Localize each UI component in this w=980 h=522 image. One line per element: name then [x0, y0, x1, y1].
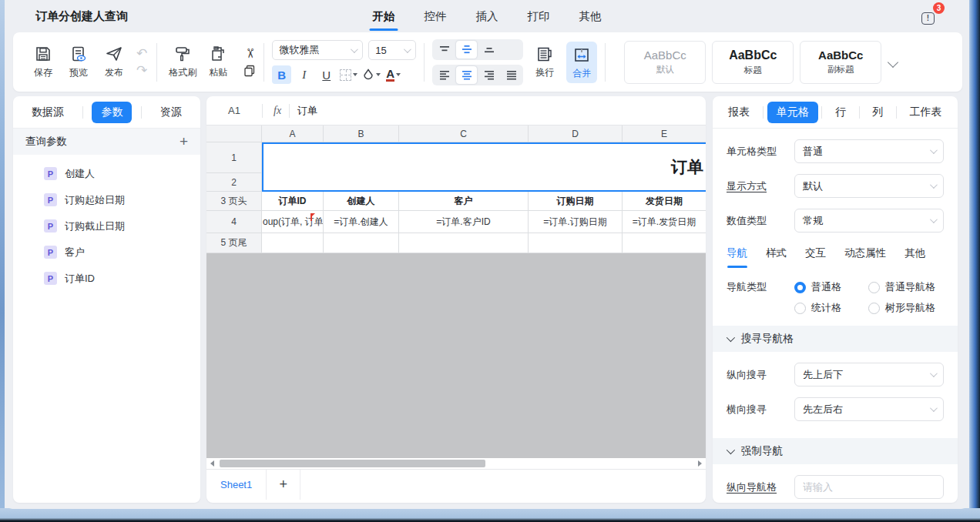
- parameter-item[interactable]: P 订单ID: [44, 270, 200, 286]
- align-right-button[interactable]: [478, 66, 499, 84]
- spreadsheet-grid[interactable]: A B C D E 1 2 订单 3 页头 订单ID 创建人 客户 订购日期 发…: [206, 125, 706, 458]
- font-size-select[interactable]: 15: [368, 40, 416, 60]
- value-type-select[interactable]: 常规: [794, 209, 944, 233]
- menu-tab-print[interactable]: 打印: [526, 9, 552, 24]
- preview-button[interactable]: 预览: [61, 45, 96, 79]
- expand-presets-chevron-icon[interactable]: [888, 56, 898, 67]
- tab-resources[interactable]: 资源: [151, 102, 191, 123]
- column-header[interactable]: B: [324, 125, 399, 142]
- publish-button[interactable]: 发布: [96, 45, 132, 79]
- parameter-item[interactable]: P 创建人: [44, 166, 200, 182]
- grid-cell[interactable]: 订单ID: [262, 192, 324, 211]
- font-color-button[interactable]: A: [384, 65, 403, 84]
- grid-cell[interactable]: =订单.发货日期: [623, 211, 706, 233]
- parameter-item[interactable]: P 订购起始日期: [44, 192, 200, 208]
- notification-button[interactable]: ! 3: [921, 7, 940, 25]
- subtab-dynamic-props[interactable]: 动态属性: [844, 246, 886, 268]
- style-preset-default[interactable]: AaBbCc 默认: [624, 41, 706, 84]
- column-header[interactable]: A: [262, 125, 324, 142]
- column-header[interactable]: C: [399, 125, 529, 142]
- italic-button[interactable]: I: [294, 65, 314, 84]
- vertical-nav-cell-input[interactable]: [803, 481, 935, 493]
- align-middle-button[interactable]: [456, 41, 477, 59]
- column-header[interactable]: D: [529, 125, 623, 142]
- column-header[interactable]: E: [623, 125, 706, 142]
- grid-cell[interactable]: [623, 233, 706, 253]
- parameter-item[interactable]: P 客户: [44, 244, 200, 260]
- parameter-item[interactable]: P 订购截止日期: [44, 218, 200, 234]
- align-left-button[interactable]: [434, 66, 455, 84]
- font-family-select[interactable]: 微软雅黑: [272, 40, 363, 60]
- menu-tab-home[interactable]: 开始: [371, 9, 397, 24]
- row-header[interactable]: 1: [206, 142, 262, 173]
- grid-cell[interactable]: [529, 233, 623, 253]
- undo-icon[interactable]: ↶: [136, 49, 147, 59]
- borders-button[interactable]: [339, 65, 358, 84]
- tab-parameters[interactable]: 参数: [92, 102, 132, 123]
- align-justify-button[interactable]: [501, 66, 522, 84]
- radio-normal-cell[interactable]: 普通格: [794, 280, 868, 294]
- search-nav-section-header[interactable]: 搜寻导航格: [713, 326, 958, 352]
- cell-reference-box[interactable]: A1: [206, 105, 262, 116]
- horizontal-search-select[interactable]: 先左后右: [794, 397, 944, 421]
- style-preset-title[interactable]: AaBbCc 标题: [712, 41, 794, 84]
- menu-tab-widgets[interactable]: 控件: [423, 9, 448, 24]
- grid-cell[interactable]: 发货日期: [623, 192, 706, 211]
- row-header[interactable]: 2: [206, 173, 262, 192]
- scroll-left-icon[interactable]: [210, 460, 214, 467]
- scroll-right-icon[interactable]: [698, 460, 702, 467]
- subtab-style[interactable]: 样式: [766, 246, 787, 268]
- grid-cell[interactable]: =订单.客户ID: [399, 211, 529, 233]
- subtab-interaction[interactable]: 交互: [805, 246, 826, 268]
- style-preset-subtitle[interactable]: AaBbCc 副标题: [800, 41, 881, 84]
- row-header[interactable]: 5 页尾: [206, 233, 262, 253]
- force-nav-section-header[interactable]: 强制导航: [713, 438, 958, 464]
- merged-title-cell[interactable]: 订单: [262, 142, 706, 192]
- tab-worksheet[interactable]: 工作表: [901, 102, 951, 123]
- horizontal-scrollbar[interactable]: [206, 458, 706, 469]
- copy-icon[interactable]: [243, 65, 256, 77]
- grid-cell[interactable]: =订单.订购日期: [529, 211, 623, 233]
- formula-input[interactable]: 订单: [297, 104, 317, 118]
- add-sheet-button[interactable]: +: [267, 470, 300, 500]
- tab-column[interactable]: 列: [863, 102, 892, 123]
- subtab-others[interactable]: 其他: [904, 246, 925, 268]
- bold-button[interactable]: B: [272, 65, 291, 84]
- sheet-tab[interactable]: Sheet1: [206, 470, 267, 500]
- paste-button[interactable]: 粘贴: [200, 45, 236, 79]
- cut-icon[interactable]: ✂: [243, 48, 256, 59]
- add-parameter-button[interactable]: +: [180, 135, 188, 149]
- vertical-search-select[interactable]: 先上后下: [794, 363, 944, 386]
- cell-type-select[interactable]: 普通: [794, 139, 944, 163]
- wrap-text-button[interactable]: 换行: [535, 45, 554, 79]
- radio-stat-cell[interactable]: 统计格: [794, 301, 868, 315]
- radio-tree-nav-cell[interactable]: 树形导航格: [868, 301, 944, 315]
- tab-report[interactable]: 报表: [719, 102, 759, 123]
- underline-button[interactable]: U: [317, 65, 336, 84]
- merge-cells-button[interactable]: 合并: [566, 42, 597, 83]
- menu-tab-others[interactable]: 其他: [578, 9, 603, 24]
- row-header[interactable]: 4: [206, 211, 262, 233]
- row-header[interactable]: 3 页头: [206, 192, 262, 211]
- subtab-navigation[interactable]: 导航: [727, 246, 747, 268]
- grid-cell[interactable]: [399, 233, 529, 253]
- menu-tab-insert[interactable]: 插入: [475, 9, 500, 24]
- align-top-button[interactable]: [434, 41, 455, 59]
- format-painter-button[interactable]: 格式刷: [165, 45, 200, 79]
- grid-cell[interactable]: 客户: [399, 192, 529, 211]
- corner-cell[interactable]: [206, 125, 262, 142]
- align-bottom-button[interactable]: [478, 41, 499, 59]
- tab-row[interactable]: 行: [826, 102, 855, 123]
- tab-cell[interactable]: 单元格: [767, 102, 818, 123]
- align-center-button[interactable]: [456, 66, 477, 84]
- grid-cell[interactable]: =订单.创建人: [324, 211, 399, 233]
- grid-cell[interactable]: 创建人: [324, 192, 399, 211]
- radio-normal-nav-cell[interactable]: 普通导航格: [868, 280, 944, 294]
- scrollbar-thumb[interactable]: [220, 460, 485, 467]
- grid-cell[interactable]: [324, 233, 399, 253]
- grid-cell[interactable]: [262, 233, 324, 253]
- redo-icon[interactable]: ↷: [136, 65, 147, 76]
- display-mode-select[interactable]: 默认: [794, 174, 944, 198]
- grid-cell[interactable]: 订购日期: [529, 192, 623, 211]
- fill-color-button[interactable]: [361, 65, 381, 84]
